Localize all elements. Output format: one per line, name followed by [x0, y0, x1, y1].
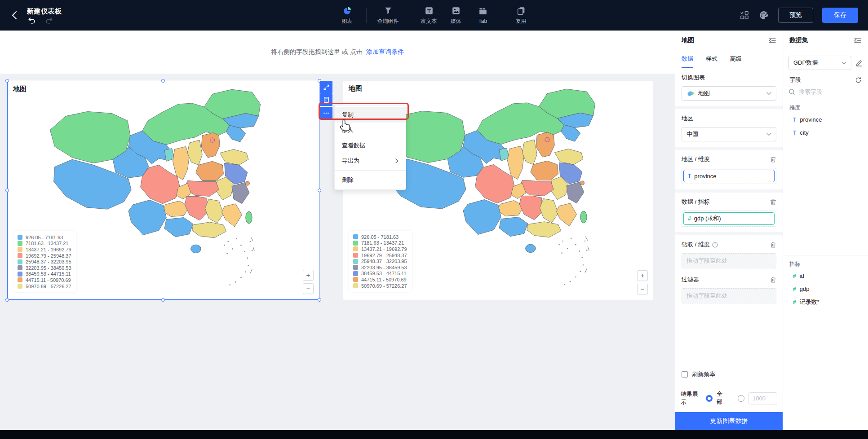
toolbar-tool-reuse[interactable]: 复用	[513, 6, 529, 25]
dashboard-canvas[interactable]: 将右侧的字段拖拽到这里 或 点击 添加查询条件 地图 黑龙江内蒙古吉林辽宁新疆甘…	[0, 31, 675, 430]
map-region[interactable]: 四川	[475, 165, 515, 203]
toolbar-tool-tab[interactable]: Tab	[475, 6, 491, 24]
redo-button[interactable]	[45, 17, 53, 24]
resize-handle-sw[interactable]	[5, 298, 9, 302]
result-limit-radio[interactable]	[738, 395, 744, 402]
map-region[interactable]: 新疆	[50, 111, 130, 163]
widget-more-button[interactable]	[320, 107, 332, 119]
field-item-gdp[interactable]: #gdp	[788, 282, 863, 295]
map-region[interactable]: 广东	[527, 222, 561, 237]
drill-dropzone[interactable]: 拖动字段至此处	[682, 253, 776, 268]
field-search[interactable]	[788, 84, 863, 99]
resize-handle-nw[interactable]	[5, 79, 9, 83]
map-region[interactable]: 上海	[580, 181, 584, 185]
resize-handle-e[interactable]	[318, 189, 321, 192]
field-chip-province[interactable]: T province	[683, 170, 775, 182]
map-region[interactable]: 广西	[164, 218, 193, 237]
resize-handle-n[interactable]	[161, 79, 165, 83]
zoom-in-button[interactable]: +	[303, 270, 314, 281]
add-query-condition-link[interactable]: 添加查询条件	[366, 48, 404, 56]
map-region[interactable]: 山西	[187, 140, 202, 165]
tab-高级[interactable]: 高级	[730, 50, 742, 68]
map-region[interactable]: 浙江	[231, 183, 249, 204]
collapse-panel-icon[interactable]	[854, 37, 862, 44]
resize-handle-w[interactable]	[5, 189, 9, 192]
field-chip-gdp[interactable]: # gdp (求和)	[683, 212, 775, 225]
map-region[interactable]: 云南	[128, 200, 166, 235]
refresh-frequency-checkbox[interactable]	[682, 371, 688, 378]
map-region[interactable]: 北京	[545, 137, 549, 142]
zoom-in-button[interactable]: +	[637, 270, 648, 281]
menu-item-删除[interactable]: 删除	[335, 172, 406, 188]
zoom-out-button[interactable]: −	[637, 284, 648, 294]
area-select[interactable]: 中国	[682, 127, 776, 141]
map-region[interactable]: 湖南	[185, 196, 208, 220]
map-region[interactable]: 河北	[536, 132, 554, 157]
trash-icon[interactable]	[770, 199, 776, 206]
dataset-select[interactable]: GDP数据	[788, 56, 851, 70]
undo-button[interactable]	[28, 17, 35, 24]
edit-dataset-icon[interactable]	[855, 59, 863, 66]
map-region[interactable]: 江西	[205, 199, 223, 223]
trash-icon[interactable]	[770, 156, 776, 163]
field-item-province[interactable]: Tprovince	[788, 113, 863, 126]
collapse-panel-icon[interactable]	[768, 37, 776, 44]
save-button[interactable]: 保存	[822, 8, 858, 23]
map-region[interactable]: 台湾	[245, 211, 252, 224]
map-region[interactable]: 北京	[210, 138, 214, 142]
map-region[interactable]: 四川	[140, 165, 180, 204]
map-region[interactable]: 河南	[195, 161, 223, 180]
map-region[interactable]: 浙江	[567, 182, 584, 203]
region-dimension-dropzone[interactable]: T province	[682, 168, 776, 184]
enlarge-widget-button[interactable]	[320, 81, 332, 93]
map-region[interactable]: 台湾	[580, 211, 587, 223]
tab-样式[interactable]: 样式	[706, 50, 717, 68]
map-region[interactable]: 山东	[220, 149, 248, 165]
zoom-out-button[interactable]: −	[303, 283, 314, 294]
tab-数据[interactable]: 数据	[682, 50, 693, 68]
preview-button[interactable]: 预览	[778, 8, 813, 23]
resize-handle-se[interactable]	[318, 298, 321, 302]
back-button[interactable]	[10, 9, 20, 21]
result-limit-input[interactable]	[748, 392, 777, 404]
map-region[interactable]: 海南	[190, 245, 201, 253]
resize-handle-s[interactable]	[161, 298, 165, 302]
map-region[interactable]: 福建	[556, 203, 576, 226]
map-region[interactable]: 河北	[201, 133, 220, 158]
map-region[interactable]: 云南	[463, 200, 501, 235]
trash-icon[interactable]	[770, 241, 776, 248]
menu-item-复制[interactable]: 复制	[335, 107, 406, 123]
toolbar-tool-query[interactable]: 查询组件	[377, 6, 399, 25]
chart-type-select[interactable]: 地图	[682, 86, 776, 101]
map-chart-card-1[interactable]: 地图 黑龙江内蒙古吉林辽宁新疆甘肃青海西藏宁夏陕西山西河北山东河南江苏安徽湖北四…	[7, 81, 319, 300]
map-region[interactable]: 江西	[540, 199, 558, 223]
refresh-fields-icon[interactable]	[855, 77, 862, 83]
widget-detail-button[interactable]	[320, 93, 332, 106]
map-region[interactable]: 山西	[522, 140, 537, 164]
menu-item-导出为[interactable]: 导出为	[335, 153, 406, 168]
toolbar-tool-chart[interactable]: 图表	[339, 6, 355, 25]
batch-select-icon[interactable]	[740, 10, 749, 20]
map-region[interactable]: 广西	[499, 217, 528, 237]
filter-dropzone[interactable]: 拖动字段至此处	[682, 288, 776, 303]
map-region[interactable]: 福建	[221, 204, 242, 227]
map-region[interactable]: 湖南	[519, 196, 542, 220]
map-region[interactable]: 陕西	[508, 146, 524, 179]
menu-item-查看数据[interactable]: 查看数据	[335, 138, 406, 153]
theme-palette-icon[interactable]	[758, 10, 769, 21]
map-region[interactable]: 陕西	[173, 146, 189, 180]
toolbar-tool-media[interactable]: 媒体	[448, 6, 464, 25]
map-region[interactable]: 海南	[526, 244, 536, 252]
map-region[interactable]: 上海	[245, 181, 249, 185]
menu-item-放大[interactable]: 放大	[335, 123, 406, 138]
field-item-记录数*[interactable]: #记录数*	[788, 295, 863, 308]
field-search-input[interactable]	[799, 88, 863, 95]
trash-icon[interactable]	[770, 277, 776, 283]
field-item-city[interactable]: Tcity	[788, 126, 863, 139]
map-region[interactable]: 河南	[531, 161, 558, 180]
result-all-radio[interactable]	[706, 395, 713, 402]
metric-dropzone[interactable]: # gdp (求和)	[682, 211, 776, 227]
map-region[interactable]: 广东	[192, 222, 226, 238]
toolbar-tool-richtext[interactable]: 富文本	[421, 6, 437, 25]
map-region[interactable]: 山东	[554, 149, 583, 165]
